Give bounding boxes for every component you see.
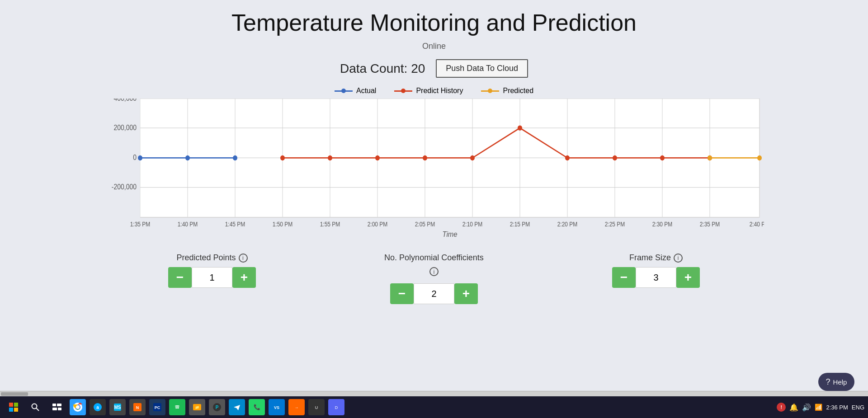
legend-predict-history-label: Predict History	[416, 87, 463, 95]
taskbar-discord-icon[interactable]: D	[328, 399, 344, 415]
push-data-button[interactable]: Push Data To Cloud	[436, 59, 528, 78]
svg-text:2:10 PM: 2:10 PM	[462, 221, 483, 228]
taskbar-app6-icon[interactable]: 📁	[189, 399, 205, 415]
svg-point-39	[185, 155, 190, 160]
predicted-points-plus-btn[interactable]: +	[232, 267, 256, 288]
svg-text:2:40 PM: 2:40 PM	[750, 221, 764, 228]
svg-rect-53	[9, 403, 13, 407]
taskbar-spotify-icon[interactable]	[169, 399, 185, 415]
notification-icon[interactable]: 🔔	[789, 403, 798, 412]
svg-text:-200,000: -200,000	[112, 183, 137, 191]
svg-point-51	[708, 155, 712, 160]
svg-rect-61	[52, 408, 57, 410]
page-title: Temperature Monitoring and Prediction	[231, 9, 637, 36]
svg-point-44	[423, 155, 427, 160]
svg-text:1:55 PM: 1:55 PM	[320, 221, 340, 228]
legend-actual-label: Actual	[356, 87, 376, 95]
svg-text:2:05 PM: 2:05 PM	[415, 221, 435, 228]
frame-size-plus-btn[interactable]: +	[676, 267, 700, 288]
predicted-points-info-icon[interactable]: i	[239, 254, 248, 263]
frame-size-info-icon[interactable]: i	[674, 254, 683, 263]
svg-text:a: a	[96, 405, 99, 410]
svg-line-58	[36, 408, 39, 411]
svg-rect-59	[52, 404, 56, 406]
polynomial-coefficients-group: No. Polynomial Coefficients i − 2 +	[384, 253, 484, 304]
svg-text:2:25 PM: 2:25 PM	[605, 221, 625, 228]
svg-point-52	[757, 155, 762, 160]
help-label: Help	[833, 378, 847, 386]
frame-size-minus-btn[interactable]: −	[612, 267, 636, 288]
svg-point-49	[660, 155, 665, 160]
predicted-points-group: Predicted Points i − 1 +	[168, 253, 256, 288]
scrollbar-thumb-horizontal[interactable]	[1, 392, 28, 396]
taskbar-app8-icon[interactable]: →	[288, 399, 305, 415]
legend-actual: Actual	[335, 87, 376, 95]
start-button[interactable]	[4, 398, 24, 416]
frame-size-label: Frame Size	[629, 253, 671, 263]
svg-text:1:35 PM: 1:35 PM	[130, 221, 151, 228]
polynomial-label: No. Polynomial Coefficients	[384, 253, 484, 263]
svg-point-43	[375, 155, 380, 160]
taskbar-chrome-icon[interactable]	[70, 399, 86, 415]
taskbar-whatsapp-icon[interactable]: 📞	[249, 399, 265, 415]
language-indicator: ENG	[852, 404, 864, 411]
svg-rect-60	[57, 404, 61, 406]
frame-size-stepper: − 3 +	[612, 267, 700, 288]
svg-point-38	[138, 155, 142, 160]
chart-legend: Actual Predict History Predicted	[335, 87, 533, 95]
svg-point-47	[565, 155, 570, 160]
predicted-points-minus-btn[interactable]: −	[168, 267, 192, 288]
taskbar-app3-icon[interactable]: MS	[109, 399, 126, 415]
legend-predicted: Predicted	[481, 87, 533, 95]
svg-text:2:20 PM: 2:20 PM	[557, 221, 578, 228]
svg-point-57	[32, 404, 37, 409]
svg-point-46	[518, 125, 522, 130]
svg-rect-54	[14, 403, 18, 407]
status-label: Online	[422, 42, 446, 51]
svg-text:1:45 PM: 1:45 PM	[225, 221, 245, 228]
svg-text:0: 0	[133, 153, 137, 161]
taskbar-telegram-icon[interactable]	[229, 399, 245, 415]
polynomial-info-icon[interactable]: i	[429, 267, 439, 276]
svg-text:1:50 PM: 1:50 PM	[273, 221, 293, 228]
temperature-chart: 400,000 200,000 0 -200,000 1:35 PM 1:40 …	[104, 99, 764, 243]
polynomial-plus-btn[interactable]: +	[454, 283, 478, 304]
svg-text:200,000: 200,000	[113, 123, 137, 132]
bottom-controls: Predicted Points i − 1 + No. Polynomial …	[104, 249, 764, 309]
clock-time: 2:36 PM	[826, 404, 848, 411]
svg-text:2:00 PM: 2:00 PM	[368, 221, 388, 228]
polynomial-minus-btn[interactable]: −	[390, 283, 414, 304]
taskbar-app7-icon[interactable]: P	[209, 399, 225, 415]
svg-text:P: P	[216, 405, 219, 410]
predicted-points-stepper: − 1 +	[168, 267, 256, 288]
taskbar-unity-icon[interactable]: U	[308, 399, 325, 415]
svg-text:📞: 📞	[254, 404, 260, 410]
taskbar-app5-icon[interactable]: PC	[149, 399, 165, 415]
svg-point-65	[76, 405, 80, 409]
svg-text:U: U	[315, 405, 318, 410]
svg-point-45	[470, 155, 475, 160]
taskbar-app2-icon[interactable]: a	[90, 399, 106, 415]
svg-text:VS: VS	[274, 405, 279, 410]
network-icon[interactable]: 📶	[815, 404, 822, 411]
taskbar-right: ! 🔔 🔊 📶 2:36 PM ENG	[777, 403, 864, 412]
taskbar: a MS N PC 📁	[0, 396, 868, 418]
help-button[interactable]: ? Help	[818, 373, 854, 391]
svg-text:→: →	[295, 405, 299, 410]
task-view-button[interactable]	[47, 398, 67, 416]
svg-rect-62	[58, 408, 61, 410]
taskbar-app4-icon[interactable]: N	[129, 399, 146, 415]
svg-point-42	[328, 155, 332, 160]
svg-text:2:35 PM: 2:35 PM	[700, 221, 720, 228]
horizontal-scrollbar[interactable]	[0, 391, 868, 396]
volume-icon[interactable]: 🔊	[802, 403, 811, 412]
svg-text:D: D	[335, 405, 338, 410]
help-icon: ?	[826, 377, 830, 387]
polynomial-value: 2	[414, 283, 454, 304]
search-button[interactable]	[25, 398, 45, 416]
polynomial-stepper: − 2 +	[390, 283, 478, 304]
svg-rect-55	[9, 408, 13, 412]
svg-text:Time: Time	[442, 230, 457, 238]
taskbar-vscode-icon[interactable]: VS	[269, 399, 285, 415]
predicted-points-label: Predicted Points	[176, 253, 236, 263]
